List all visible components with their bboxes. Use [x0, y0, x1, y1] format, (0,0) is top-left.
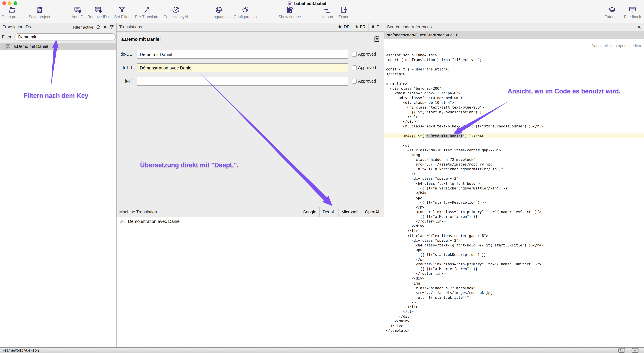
remove-ids-icon — [94, 6, 102, 14]
tab-deepl[interactable]: DeepL — [319, 207, 338, 217]
traffic-light-minimize-button[interactable] — [8, 1, 12, 5]
filter-icon[interactable] — [110, 25, 114, 29]
approved-checkbox-it-IT[interactable] — [352, 79, 357, 84]
panel-title: Translation IDs — [3, 23, 31, 31]
approved-label: Approved — [358, 79, 376, 84]
annotation-filter-note: Filtern nach dem Key — [24, 92, 88, 100]
tab-fr-FR[interactable]: fr-FR — [353, 23, 369, 31]
panel-title: Translations — [119, 23, 142, 31]
favorites-icon[interactable] — [632, 348, 638, 353]
translations-header: Translations de-DE fr-FR it-IT — [116, 23, 384, 32]
toolbar: b babel-edit.babel Open project Save pro… — [0, 0, 644, 23]
tutorials-button[interactable]: Tutorials — [604, 6, 619, 19]
machine-translation-header: Machine Translation Google DeepL Microso… — [116, 207, 384, 217]
refresh-icon[interactable] — [96, 25, 100, 30]
app-window: b babel-edit.babel Open project Save pro… — [0, 0, 644, 353]
panel-title: Machine Translation — [119, 207, 157, 217]
tab-microsoft[interactable]: Microsoft — [338, 207, 362, 217]
approved-checkbox-de-DE[interactable] — [352, 52, 357, 57]
consistency-ai-button[interactable]: ConsistencyAI — [163, 6, 188, 19]
filter-label: Filter: — [2, 31, 13, 43]
export-button[interactable]: Export — [338, 6, 350, 19]
svg-text:b: b — [289, 2, 291, 6]
notes-button[interactable] — [374, 36, 379, 42]
configuration-button[interactable]: Configuration — [234, 6, 257, 19]
filter-input[interactable] — [14, 33, 116, 41]
tutorials-icon — [608, 6, 616, 14]
approved-checkbox-fr-FR[interactable] — [352, 65, 357, 70]
annotation-deepl-note: Übersetzung direkt mit "DeepL". — [140, 162, 239, 169]
set-filter-button[interactable]: Set Filter — [114, 6, 130, 19]
notepad-icon — [374, 36, 379, 42]
lang-label-de-DE: de-DE — [116, 52, 132, 57]
show-source-icon — [285, 6, 294, 14]
feedback-icon — [628, 6, 637, 14]
add-id-button[interactable]: Add ID — [72, 6, 83, 19]
panel-title: Source code references — [387, 23, 432, 31]
tab-openai[interactable]: OpenAI — [362, 207, 382, 217]
pre-translate-button[interactable]: Pre-Translate — [135, 6, 158, 19]
add-id-icon — [73, 6, 82, 14]
framework-label: Framework: vue-json — [3, 347, 39, 353]
machine-translation-result[interactable]: Démonstration avec Daniel — [128, 219, 180, 224]
clear-filter-icon[interactable]: ✕ — [103, 25, 107, 30]
translation-ids-header: Translation IDs Filter active ✕ — [0, 23, 116, 32]
source-reference-row[interactable]: src/pages/start/GuestStartPage.vue:18 — [384, 31, 644, 39]
editor-hint: Double-click to open in editor — [591, 44, 641, 48]
open-project-button[interactable]: Open project — [1, 6, 24, 19]
import-icon — [323, 6, 332, 14]
pre-translate-icon — [142, 6, 151, 14]
filter-active-label: Filter active — [73, 25, 94, 30]
message-bubble-icon — [6, 44, 11, 49]
import-button[interactable]: Import — [322, 6, 333, 19]
tab-de-DE[interactable]: de-DE — [335, 23, 353, 31]
source-references-header: Source code references ✕ — [384, 23, 644, 32]
translation-input-it-IT[interactable] — [137, 77, 348, 86]
translation-id-list-item[interactable]: a.Demo mit Daniel — [0, 43, 116, 50]
language-tabs: de-DE fr-FR it-IT — [335, 23, 382, 31]
traffic-light-zoom-button[interactable] — [14, 1, 17, 5]
translation-input-de-DE[interactable] — [137, 50, 348, 59]
translation-id-label: a.Demo mit Daniel — [14, 44, 48, 49]
close-icon[interactable]: ✕ — [637, 23, 641, 31]
translations-panel: Translations de-DE fr-FR it-IT a.Demo mi… — [116, 23, 384, 347]
set-filter-icon — [118, 6, 126, 14]
tab-google[interactable]: Google — [300, 207, 320, 217]
filter-bar: Filter: — [0, 31, 116, 43]
approved-label: Approved — [358, 52, 376, 57]
entry-title: a.Demo mit Daniel — [121, 37, 161, 42]
annotation-code-note: Ansicht, wo im Code es benutzt wird. — [508, 88, 620, 95]
traffic-light-close-button[interactable] — [2, 1, 6, 5]
approved-label: Approved — [358, 65, 376, 70]
consistency-ai-icon — [172, 6, 180, 14]
translation-memory-icon[interactable] — [618, 348, 625, 353]
open-project-icon — [8, 6, 17, 14]
show-source-button[interactable]: Show source — [278, 6, 301, 19]
remove-ids-button[interactable]: Remove IDs — [88, 6, 109, 19]
configuration-icon — [241, 6, 250, 14]
source-code-references-panel: Source code references ✕ src/pages/start… — [384, 23, 644, 347]
feedback-button[interactable]: Feedback — [624, 6, 641, 19]
status-bar: Framework: vue-json — [0, 347, 644, 353]
machine-translation-body: ⌘1 Démonstration avec Daniel — [116, 217, 384, 347]
save-project-icon — [35, 6, 44, 14]
translation-input-fr-FR[interactable] — [137, 63, 348, 72]
languages-button[interactable]: Languages — [209, 6, 228, 19]
shortcut-badge: ⌘1 — [120, 220, 126, 224]
source-reference-path: src/pages/start/GuestStartPage.vue:18 — [387, 31, 458, 39]
lang-label-it-IT: it-IT — [116, 79, 132, 84]
translation-ids-panel: Translation IDs Filter active ✕ Fil — [0, 23, 116, 347]
languages-icon — [214, 6, 223, 14]
lang-label-fr-FR: fr-FR — [116, 65, 132, 70]
export-icon — [340, 6, 348, 14]
tab-it-IT[interactable]: it-IT — [369, 23, 382, 31]
save-project-button[interactable]: Save project — [29, 6, 50, 19]
provider-tabs: Google DeepL Microsoft OpenAI — [300, 207, 382, 217]
